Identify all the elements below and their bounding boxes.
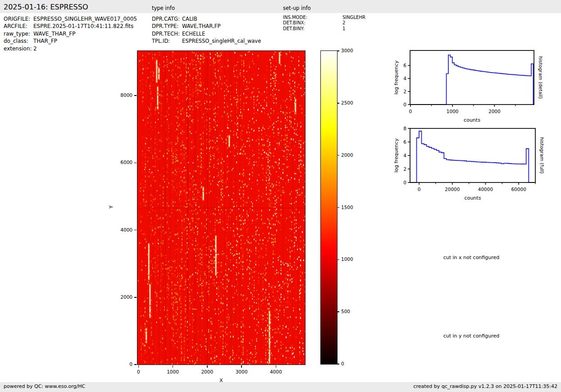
y-tick bbox=[134, 163, 137, 164]
y-tick bbox=[134, 230, 137, 231]
info-value: CALIB bbox=[182, 16, 197, 22]
colorbar-tick bbox=[337, 364, 339, 365]
x-tick bbox=[138, 365, 139, 368]
x-axis-label: counts bbox=[464, 117, 480, 123]
info-row: DPR.CATG:CALIB bbox=[152, 15, 261, 23]
y-axis-label: log frequency bbox=[393, 60, 399, 95]
y-tick bbox=[134, 364, 137, 365]
info-label: DPR.TYPE: bbox=[152, 23, 182, 30]
file-info-block: ORIGFILE:ESPRESSO_SINGLEHR_WAVE017_0005A… bbox=[4, 15, 137, 52]
y-tick-label: 2000 bbox=[113, 294, 132, 300]
info-label: DPR.TECH: bbox=[152, 30, 182, 37]
info-label: DET.BINY: bbox=[283, 26, 342, 32]
y-tick-label: 6 bbox=[403, 63, 406, 68]
colorbar-tick-label: 2000 bbox=[341, 152, 353, 158]
info-label: extension: bbox=[4, 45, 33, 52]
x-tick bbox=[276, 365, 277, 368]
x-axis-label: X bbox=[219, 378, 223, 383]
info-value: ESPRESSO_singleHR_cal_wave bbox=[182, 38, 261, 44]
info-row: DET.BINY:1 bbox=[283, 26, 365, 32]
info-row: ARCFILE:ESPRE.2025-01-17T10:41:11.822.fi… bbox=[4, 23, 137, 30]
y-tick-label: 6000 bbox=[113, 160, 132, 165]
right-axis-label: histogram (full) bbox=[539, 137, 545, 174]
colorbar-tick-label: 1000 bbox=[341, 256, 353, 262]
y-tick-label: 2 bbox=[403, 89, 406, 94]
footer-left-text: powered by QC: www.eso.org/HC bbox=[4, 383, 85, 389]
x-tick-label: 20000 bbox=[445, 187, 460, 192]
y-tick-label: 4 bbox=[403, 153, 406, 158]
info-label: do_class: bbox=[4, 37, 33, 45]
info-label: INS.MODE: bbox=[283, 15, 342, 20]
y-tick-label: 6 bbox=[403, 139, 406, 145]
setup-info-heading: set-up info bbox=[283, 5, 311, 11]
info-value: WAVE,THAR,FP bbox=[182, 23, 220, 29]
info-label: DPR.CATG: bbox=[152, 15, 182, 23]
info-value: WAVE_THAR_FP bbox=[33, 31, 75, 37]
info-row: raw_type:WAVE_THAR_FP bbox=[4, 30, 137, 37]
page-title: 2025-01-16: ESPRESSO bbox=[4, 3, 88, 11]
info-label: DET.BINX: bbox=[283, 20, 342, 26]
y-tick-label: 4 bbox=[403, 76, 406, 81]
colorbar-tick-label: 500 bbox=[341, 309, 350, 314]
colorbar-tick bbox=[337, 207, 339, 208]
info-value: SINGLEHR bbox=[342, 15, 365, 20]
colorbar-tick-label: 2500 bbox=[341, 100, 353, 105]
y-tick bbox=[134, 95, 137, 96]
x-tick-label: 2000 bbox=[201, 369, 213, 374]
info-value: THAR_FP bbox=[33, 38, 57, 44]
histogram-line bbox=[410, 131, 535, 182]
info-value: 2 bbox=[33, 46, 37, 52]
info-value: ESPRE.2025-01-17T10:41:11.822.fits bbox=[33, 23, 133, 29]
colorbar-tick bbox=[337, 103, 339, 104]
x-tick-label: 4000 bbox=[270, 369, 282, 374]
colorbar-tick-label: 3000 bbox=[341, 48, 353, 53]
colorbar-tick bbox=[337, 260, 339, 260]
raw-frame-image bbox=[137, 50, 306, 365]
x-tick-label: 3000 bbox=[236, 369, 248, 374]
type-info-heading: type info bbox=[152, 5, 175, 11]
info-row: TPL.ID:ESPRESSO_singleHR_cal_wave bbox=[152, 37, 261, 45]
x-tick-label: 2000 bbox=[488, 109, 501, 114]
x-tick-label: 0 bbox=[409, 109, 412, 114]
y-axis-label: Y bbox=[108, 205, 114, 209]
colorbar-tick-label: 1500 bbox=[341, 205, 353, 210]
info-row: INS.MODE:SINGLEHR bbox=[283, 15, 365, 20]
x-tick bbox=[173, 365, 173, 368]
y-tick bbox=[134, 297, 137, 298]
x-tick-label: 1000 bbox=[447, 109, 459, 114]
x-tick-label: 40000 bbox=[478, 187, 493, 192]
colorbar-tick bbox=[337, 311, 339, 312]
colorbar-tick-label: 0 bbox=[341, 361, 344, 366]
x-tick-label: 1000 bbox=[167, 369, 179, 374]
colorbar-tick bbox=[337, 50, 339, 51]
setup-info-block: INS.MODE:SINGLEHRDET.BINX:2DET.BINY:1 bbox=[283, 15, 365, 32]
x-tick-label: 0 bbox=[137, 369, 140, 374]
info-value: ESPRESSO_SINGLEHR_WAVE017_0005 bbox=[33, 16, 137, 22]
qc-report-page: 2025-01-16: ESPRESSO type info set-up in… bbox=[0, 0, 561, 392]
info-row: extension:2 bbox=[4, 45, 137, 52]
footer-right-text: created by qc_rawdisp.py v1.2.3 on 2025-… bbox=[413, 383, 557, 389]
x-tick-label: 60000 bbox=[511, 187, 526, 192]
info-value: 1 bbox=[342, 26, 345, 31]
x-tick bbox=[207, 365, 208, 368]
y-tick-label: 4000 bbox=[113, 227, 132, 232]
y-tick-label: 0 bbox=[113, 361, 132, 367]
y-axis-label: log frequency bbox=[393, 138, 399, 173]
y-tick-label: 0 bbox=[403, 180, 406, 185]
info-row: do_class:THAR_FP bbox=[4, 37, 137, 45]
type-info-block: DPR.CATG:CALIBDPR.TYPE:WAVE,THAR,FPDPR.T… bbox=[152, 15, 261, 45]
info-row: DPR.TECH:ECHELLE bbox=[152, 30, 261, 37]
histogram-line bbox=[410, 55, 534, 105]
y-tick-label: 8000 bbox=[113, 92, 132, 98]
histogram-full: 020000400006000002468countslog frequency… bbox=[383, 123, 561, 205]
x-tick bbox=[241, 365, 242, 368]
info-label: ORIGFILE: bbox=[4, 15, 33, 23]
y-tick-label: 2 bbox=[403, 166, 406, 172]
colorbar bbox=[320, 50, 338, 365]
cut-y-message: cut in y not configured bbox=[417, 333, 525, 339]
cut-x-message: cut in x not configured bbox=[417, 255, 525, 260]
right-axis-label: histogram (detail) bbox=[538, 56, 543, 99]
y-tick-label: 8 bbox=[403, 126, 406, 131]
info-label: raw_type: bbox=[4, 30, 33, 37]
info-value: 2 bbox=[342, 20, 345, 25]
